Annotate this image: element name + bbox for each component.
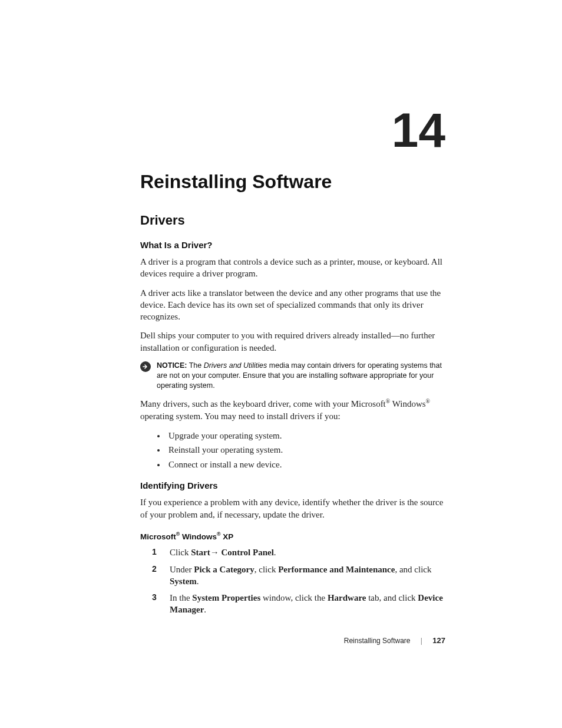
step-item: Under Pick a Category, click Performance… xyxy=(164,564,445,588)
page-footer: Reinstalling Software | 127 xyxy=(140,636,445,645)
chapter-number: 14 xyxy=(140,106,445,154)
step-item: In the System Properties window, click t… xyxy=(164,592,445,616)
page-number: 127 xyxy=(432,636,445,645)
notice-block: NOTICE: The Drivers and Utilities media … xyxy=(140,361,445,391)
subsection-what-is-driver: What Is a Driver? xyxy=(140,240,445,250)
notice-text-italic: Drivers and Utilities xyxy=(204,361,267,370)
text: , and click xyxy=(395,565,431,574)
text: Windows xyxy=(180,532,217,541)
footer-section-name: Reinstalling Software xyxy=(344,637,411,645)
paragraph: If you experience a problem with any dev… xyxy=(140,496,445,521)
text: . xyxy=(274,548,276,557)
subsection-identifying-drivers: Identifying Drivers xyxy=(140,480,445,490)
numbered-steps: Click Start→ Control Panel. Under Pick a… xyxy=(140,546,445,615)
ui-label: Control Panel xyxy=(219,548,274,557)
footer-separator: | xyxy=(421,637,422,645)
list-item: Upgrade your operating system. xyxy=(166,429,445,443)
step-item: Click Start→ Control Panel. xyxy=(164,546,445,558)
text: Many drivers, such as the keyboard drive… xyxy=(140,399,386,409)
ui-label: Hardware xyxy=(328,593,366,602)
paragraph: Dell ships your computer to you with req… xyxy=(140,330,445,354)
ui-label: Start xyxy=(191,548,210,557)
os-heading-windows-xp: Microsoft® Windows® XP xyxy=(140,531,445,541)
ui-label: Performance and Maintenance xyxy=(278,565,395,574)
text: tab, and click xyxy=(366,593,418,602)
bullet-list: Upgrade your operating system. Reinstall… xyxy=(140,429,445,472)
arrow: → xyxy=(210,548,219,557)
notice-text-pre: The xyxy=(187,361,203,370)
chapter-title: Reinstalling Software xyxy=(140,171,445,193)
text: In the xyxy=(170,593,192,602)
list-item: Reinstall your operating system. xyxy=(166,443,445,457)
text: Click xyxy=(170,548,191,557)
notice-text: NOTICE: The Drivers and Utilities media … xyxy=(157,361,445,391)
text: Windows xyxy=(390,399,425,409)
notice-arrow-icon xyxy=(140,361,151,372)
list-item: Connect or install a new device. xyxy=(166,458,445,472)
text: Microsoft xyxy=(140,532,176,541)
ui-label: Pick a Category xyxy=(194,565,254,574)
notice-label: NOTICE: xyxy=(157,361,187,370)
paragraph: A driver is a program that controls a de… xyxy=(140,256,445,280)
section-title-drivers: Drivers xyxy=(140,213,445,228)
paragraph: A driver acts like a translator between … xyxy=(140,287,445,323)
paragraph: Many drivers, such as the keyboard drive… xyxy=(140,397,445,422)
text: window, click the xyxy=(260,593,328,602)
text: XP xyxy=(221,532,234,541)
text: operating system. You may need to instal… xyxy=(140,411,340,421)
text: . xyxy=(204,605,206,614)
text: . xyxy=(197,577,199,586)
ui-label: System Properties xyxy=(192,593,260,602)
text: , click xyxy=(254,565,278,574)
registered-symbol: ® xyxy=(426,398,430,404)
ui-label: System xyxy=(170,577,197,586)
text: Under xyxy=(170,565,194,574)
